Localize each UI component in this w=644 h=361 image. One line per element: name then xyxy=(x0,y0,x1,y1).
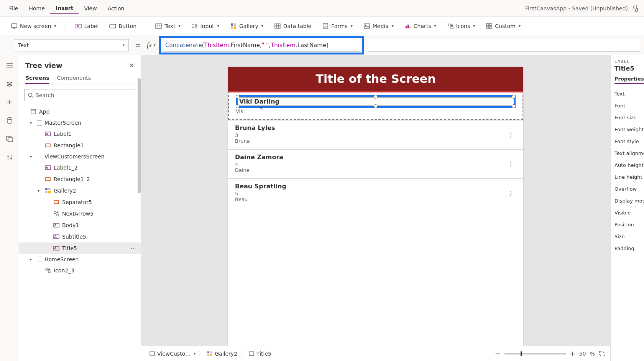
tree-search-input[interactable]: Search xyxy=(25,89,135,101)
media-pane-icon[interactable] xyxy=(5,134,14,143)
prop-row-font[interactable]: Font xyxy=(614,100,644,112)
menu-view[interactable]: View xyxy=(79,3,102,14)
tree-item-icon2_3[interactable]: Icon2_3 xyxy=(19,265,141,276)
resize-handle[interactable] xyxy=(512,104,516,108)
close-icon[interactable]: ✕ xyxy=(129,61,135,69)
tree-item-nextarrow5[interactable]: NextArrow5 xyxy=(19,208,141,219)
tree-item-body1[interactable]: Body1 xyxy=(19,219,141,231)
twist-icon[interactable]: ▾ xyxy=(30,155,34,159)
formula-extend[interactable] xyxy=(368,39,640,52)
tree-item-subtitle5[interactable]: Subtitle5 xyxy=(19,231,141,242)
tree-scrollbar[interactable] xyxy=(138,78,141,361)
tree-item-viewcustomersscreen[interactable]: ▾ViewCustomersScreen xyxy=(19,151,141,162)
canvas[interactable]: Title of the Screen Viki Darling ↖VikiBr… xyxy=(228,67,523,346)
prop-row-position[interactable]: Position xyxy=(614,219,644,231)
tree-item-masterscreen[interactable]: ▾MasterScreen xyxy=(19,117,141,128)
prop-row-line-height[interactable]: Line height xyxy=(614,171,644,183)
tools-icon[interactable] xyxy=(5,153,14,162)
chevron-down-icon: ▾ xyxy=(261,24,263,28)
prop-row-overflow[interactable]: Overflow xyxy=(614,183,644,195)
prop-row-text-alignme[interactable]: Text alignme xyxy=(614,147,644,159)
menu-home[interactable]: Home xyxy=(23,3,50,14)
resize-handle[interactable] xyxy=(236,104,240,108)
crumb-1[interactable]: Gallery2 xyxy=(215,351,237,357)
tree-item-separator5[interactable]: Separator5 xyxy=(19,196,141,208)
breadcrumb[interactable]: ViewCusto… ▾ 〉 Gallery2 〉 Title5 xyxy=(146,349,274,358)
twist-icon[interactable]: ▾ xyxy=(30,257,34,262)
formula-input[interactable]: Concatenate(ThisItem.FirstName, " ", Thi… xyxy=(162,39,361,52)
tree-tab-screens[interactable]: Screens xyxy=(25,73,49,84)
charts-button[interactable]: Charts▾ xyxy=(401,21,440,31)
data-table-button[interactable]: Data table xyxy=(270,21,315,31)
button-button[interactable]: Button xyxy=(105,21,140,31)
prop-row-padding[interactable]: Padding xyxy=(614,242,644,254)
input-button[interactable]: Input▾ xyxy=(187,21,223,31)
tree-item-label1_2[interactable]: Label1_2 xyxy=(19,162,141,173)
prop-row-auto-height[interactable]: Auto height xyxy=(614,159,644,171)
tree-item-rectangle1[interactable]: Rectangle1 xyxy=(19,140,141,151)
chevron-down-icon[interactable]: ▾ xyxy=(194,351,196,356)
chevron-down-icon: ▾ xyxy=(519,24,521,28)
insert-pane-icon[interactable] xyxy=(5,97,14,107)
tree-tab-components[interactable]: Components xyxy=(57,73,91,84)
media-button[interactable]: Media▾ xyxy=(360,21,398,31)
crumb-screen-box xyxy=(150,351,155,356)
twist-icon[interactable]: ▾ xyxy=(30,121,34,125)
prop-row-font-style[interactable]: Font style xyxy=(614,135,644,147)
prop-row-visible[interactable]: Visible xyxy=(614,207,644,219)
icons-button[interactable]: Icons▾ xyxy=(443,21,479,31)
more-icon[interactable]: ⋯ xyxy=(131,245,137,251)
prop-row-size[interactable]: Size xyxy=(614,231,644,242)
crumb-2[interactable]: Title5 xyxy=(256,351,271,357)
gallery-item[interactable]: Viki Darling ↖Viki xyxy=(228,91,523,120)
charts-icon xyxy=(404,23,411,30)
prop-row-font-size[interactable]: Font size xyxy=(614,112,644,124)
fx-icon[interactable]: fx▾ xyxy=(147,41,155,49)
tree-item-title5[interactable]: Title5⋯ xyxy=(19,242,141,254)
tree-list: App▾MasterScreenLabel1Rectangle1▾ViewCus… xyxy=(19,106,141,361)
menu-file[interactable]: File xyxy=(4,3,23,14)
zoom-slider[interactable] xyxy=(504,353,566,354)
property-selector[interactable]: Text ▾ xyxy=(14,39,129,51)
resize-handle[interactable] xyxy=(236,95,240,99)
next-arrow-icon[interactable]: 〉 xyxy=(509,188,516,198)
gallery-item[interactable]: Beau Spratling5Beau〉 xyxy=(228,178,523,208)
crumb-0[interactable]: ViewCusto… xyxy=(157,351,191,357)
prop-tab-properties[interactable]: Properties xyxy=(614,76,644,84)
tree-item-label1[interactable]: Label1 xyxy=(19,128,141,140)
tree-item-rectangle1_2[interactable]: Rectangle1_2 xyxy=(19,173,141,185)
chevron-down-icon: ▾ xyxy=(153,43,155,47)
gallery-button[interactable]: Gallery▾ xyxy=(226,21,267,31)
tree-item-homescreen[interactable]: ▾HomeScreen xyxy=(19,254,141,265)
label-button[interactable]: Label xyxy=(71,21,103,31)
zoom-in-button[interactable]: + xyxy=(570,349,575,358)
menu-action[interactable]: Action xyxy=(102,3,130,14)
twist-icon[interactable]: ▾ xyxy=(38,189,42,193)
next-arrow-icon[interactable]: 〉 xyxy=(509,130,516,140)
tree-view-icon[interactable] xyxy=(5,79,14,88)
app-checker-icon[interactable] xyxy=(631,4,640,13)
gallery-item[interactable]: Daine Zamora4Daine〉 xyxy=(228,149,523,178)
zoom-out-button[interactable]: − xyxy=(495,349,501,358)
hamburger-icon[interactable] xyxy=(5,61,14,70)
gallery-item[interactable]: Bruna Lyles3Bruna〉 xyxy=(228,120,523,149)
prop-row-display-mod[interactable]: Display mod xyxy=(614,195,644,207)
fit-screen-icon[interactable] xyxy=(599,351,605,357)
resize-handle[interactable] xyxy=(374,104,378,108)
menu-insert[interactable]: Insert xyxy=(50,3,79,14)
gallery[interactable]: Viki Darling ↖VikiBruna Lyles3Bruna〉Dain… xyxy=(228,91,523,208)
new-screen-button[interactable]: New screen▾ xyxy=(7,21,60,31)
tree-item-app[interactable]: App xyxy=(19,106,141,117)
selected-title-control[interactable]: Viki Darling xyxy=(236,95,516,108)
resize-handle[interactable] xyxy=(374,95,378,99)
tree-item-gallery2[interactable]: ▾Gallery2 xyxy=(19,185,141,196)
data-pane-icon[interactable] xyxy=(5,116,14,125)
next-arrow-icon[interactable]: 〉 xyxy=(509,159,516,169)
button-icon xyxy=(109,23,116,30)
resize-handle[interactable] xyxy=(512,95,516,99)
prop-row-font-weight[interactable]: Font weight xyxy=(614,124,644,135)
forms-button[interactable]: Forms▾ xyxy=(318,21,356,31)
text-button[interactable]: Abc Text▾ xyxy=(151,21,184,31)
custom-button[interactable]: Custom▾ xyxy=(482,21,524,31)
prop-row-text[interactable]: Text xyxy=(614,88,644,100)
